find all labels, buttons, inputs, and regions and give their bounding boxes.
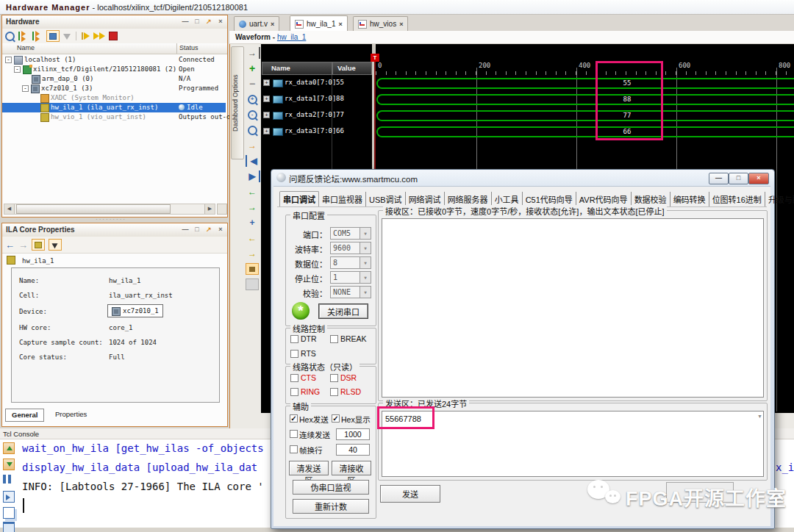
- parity-select[interactable]: NONE▼: [330, 286, 371, 298]
- tab-data-check[interactable]: 数据校验: [632, 192, 670, 206]
- close-tab-icon[interactable]: ×: [399, 21, 403, 28]
- minimize-icon[interactable]: —: [180, 225, 190, 234]
- select-cursor-icon[interactable]: [49, 239, 62, 251]
- tab-network-server[interactable]: 网络服务器: [445, 192, 492, 206]
- close-icon[interactable]: ×: [748, 173, 769, 184]
- minimize-icon[interactable]: —: [709, 173, 729, 184]
- receive-textarea[interactable]: [382, 218, 764, 398]
- device-button[interactable]: xc7z010_1: [107, 304, 163, 317]
- minimize-console-icon[interactable]: [3, 459, 15, 470]
- tab-avr-wizard[interactable]: AVR代码向导: [576, 192, 632, 206]
- goto-end-icon[interactable]: ▶: [246, 170, 260, 182]
- zoom-in-icon[interactable]: +: [246, 93, 259, 105]
- chevron-down-icon[interactable]: ▼: [360, 228, 371, 239]
- previous-marker-icon[interactable]: ←: [246, 232, 259, 244]
- recount-button[interactable]: 重新计数: [293, 499, 369, 514]
- expand-icon[interactable]: -: [5, 57, 12, 63]
- pause-output-icon[interactable]: [3, 475, 13, 485]
- chevron-down-icon[interactable]: ▼: [360, 287, 371, 298]
- tree-row-xadc[interactable]: XADC (System Monitor): [2, 93, 226, 103]
- disabled-tool-icon[interactable]: [246, 278, 259, 290]
- dashboard-options-tab[interactable]: Dashboard Options: [231, 46, 244, 159]
- expand-bus-icon[interactable]: +: [263, 96, 270, 102]
- tab-uart-v[interactable]: uart.v ×: [234, 16, 279, 31]
- rts-checkbox[interactable]: [290, 350, 298, 358]
- close-tab-icon[interactable]: ×: [271, 21, 274, 28]
- stop-trigger-icon[interactable]: [109, 32, 118, 40]
- chevron-down-icon[interactable]: ▼: [360, 257, 371, 268]
- tab-hw-vios[interactable]: hw_vios ×: [353, 16, 408, 31]
- next-marker-icon[interactable]: →: [246, 248, 259, 259]
- tab-properties[interactable]: Properties: [49, 409, 93, 420]
- baud-select[interactable]: 9600▼: [330, 242, 371, 254]
- expand-bus-icon[interactable]: +: [263, 128, 270, 134]
- tree-row-xc7z010[interactable]: - xc7z010_1 (3) Programmed: [2, 84, 226, 93]
- tab-hw-ila-1[interactable]: hw_ila_1 ×: [290, 15, 348, 32]
- tab-bitmap-hex[interactable]: 位图转16进制: [709, 192, 765, 206]
- float-icon[interactable]: ↗: [204, 17, 214, 26]
- signal-row-rx-data3[interactable]: + rx_data3[7:0] 66: [262, 125, 372, 140]
- zoom-out-icon[interactable]: -: [246, 109, 259, 121]
- forward-icon[interactable]: →: [18, 240, 28, 251]
- close-icon[interactable]: ×: [215, 17, 226, 26]
- continuous-send-checkbox[interactable]: [290, 430, 298, 438]
- back-icon[interactable]: ←: [5, 240, 15, 251]
- goto-start-icon[interactable]: ◀: [246, 155, 260, 167]
- tree-row-localhost[interactable]: - localhost (1) Connected: [2, 55, 226, 65]
- panel-splitter[interactable]: ·········: [96, 216, 126, 223]
- tab-serial-monitor[interactable]: 串口监视器: [319, 192, 366, 206]
- tree-row-target[interactable]: - xilinx_tcf/Digilent/210512180081 (2) O…: [2, 65, 226, 74]
- swap-trigger-icon[interactable]: [246, 263, 259, 275]
- tree-row-hw-ila-1[interactable]: hw_ila_1 (ila_uart_rx_inst) Idle: [2, 103, 226, 112]
- clear-send-button[interactable]: 清发送区: [289, 461, 329, 475]
- chevron-down-icon[interactable]: ▼: [360, 242, 371, 254]
- signal-row-rx-data2[interactable]: + rx_data2[7:0] 77: [262, 109, 372, 123]
- next-transition-icon[interactable]: →: [246, 201, 259, 213]
- maximize-icon[interactable]: □: [192, 17, 202, 26]
- scroll-thumb[interactable]: [16, 204, 171, 214]
- hardware-hscrollbar[interactable]: ◀ ▶: [4, 204, 215, 215]
- continuous-interval-input[interactable]: 1000: [336, 428, 370, 440]
- expand-tree-icon[interactable]: [32, 32, 43, 40]
- signal-row-rx-data1[interactable]: + rx_data1[7:0] 88: [262, 93, 372, 107]
- dtr-checkbox[interactable]: [290, 335, 298, 343]
- restore-icon[interactable]: □: [729, 173, 748, 184]
- clear-console-icon[interactable]: [3, 522, 15, 532]
- hex-send-checkbox[interactable]: ✓: [290, 414, 298, 423]
- tab-serial-debug[interactable]: 串口调试: [279, 191, 319, 207]
- tab-usb-debug[interactable]: USB调试: [366, 192, 406, 206]
- tab-upgrade-config[interactable]: 升级与配置: [765, 192, 794, 206]
- close-icon[interactable]: ×: [215, 225, 226, 234]
- fake-serial-monitor-button[interactable]: 伪串口监视: [293, 480, 369, 495]
- tree-row-arm-dap[interactable]: arm_dap_0 (0) N/A: [2, 74, 226, 84]
- stopbits-select[interactable]: 1▼: [330, 271, 371, 284]
- expand-icon[interactable]: -: [14, 66, 21, 73]
- tab-network-debug[interactable]: 网络调试: [406, 192, 445, 206]
- add-signal-icon[interactable]: +: [246, 62, 259, 74]
- float-icon[interactable]: ↗: [204, 225, 214, 234]
- frame-wrap-input[interactable]: 40: [336, 444, 370, 456]
- remove-signal-icon[interactable]: −: [246, 78, 259, 90]
- tab-encoding[interactable]: 编码转换: [670, 192, 709, 206]
- previous-transition-icon[interactable]: ←: [246, 186, 259, 198]
- properties-view-icon[interactable]: [32, 239, 45, 251]
- tab-tools[interactable]: 小工具: [492, 192, 523, 206]
- databits-select[interactable]: 8▼: [330, 256, 371, 269]
- obscured-button[interactable]: [666, 482, 734, 503]
- expand-icon[interactable]: -: [22, 85, 29, 92]
- port-select[interactable]: COM5▼: [330, 227, 371, 240]
- trigger-marker[interactable]: T: [371, 54, 379, 62]
- chevron-down-icon[interactable]: ▼: [757, 414, 762, 419]
- scroll-right-icon[interactable]: ▶: [204, 204, 215, 214]
- clear-receive-button[interactable]: 清接收区: [332, 461, 371, 475]
- bus-waveform-rx-data3[interactable]: [376, 126, 794, 137]
- autoconnect-icon[interactable]: [46, 30, 60, 42]
- waveform-title-link[interactable]: hw_ila_1: [277, 33, 306, 41]
- waveform-settings-icon[interactable]: →: [246, 47, 260, 59]
- maximize-console-icon[interactable]: [3, 442, 15, 454]
- break-checkbox[interactable]: [330, 335, 338, 343]
- minimize-icon[interactable]: —: [180, 17, 190, 26]
- column-divider[interactable]: [176, 43, 177, 54]
- add-marker-icon[interactable]: +: [246, 217, 259, 229]
- run-trigger-immediate-icon[interactable]: [93, 32, 105, 40]
